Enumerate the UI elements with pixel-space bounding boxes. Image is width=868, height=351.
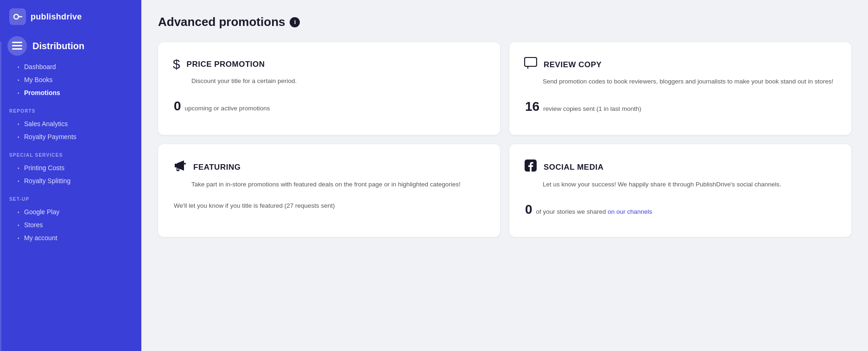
sidebar-item-my-books[interactable]: My Books (0, 73, 141, 86)
reports-section: REPORTS Sales Analytics Royalty Payments (0, 103, 141, 147)
review-copy-header: REVIEW COPY (524, 57, 836, 72)
social-media-title: SOCIAL MEDIA (544, 163, 603, 172)
main-nav-group: Dashboard My Books Promotions (0, 58, 141, 103)
promo-grid: $ PRICE PROMOTION Discount your title fo… (158, 42, 851, 237)
social-media-header: SOCIAL MEDIA (524, 159, 836, 175)
review-copy-desc: Send promotion codes to book reviewers, … (524, 77, 836, 86)
price-promotion-header: $ PRICE PROMOTION (173, 57, 485, 72)
review-copy-count: 16 (525, 99, 539, 114)
social-media-stat-label: of your stories we shared on our channel… (536, 208, 653, 215)
featuring-title: FEATURING (193, 163, 241, 172)
sidebar-item-dashboard[interactable]: Dashboard (0, 60, 141, 73)
price-promotion-stat-label: upcoming or active promotions (185, 105, 270, 112)
setup-section: SET-UP Google Play Stores My account (0, 191, 141, 248)
sidebar-item-royalty-splitting[interactable]: Royalty Splitting (0, 174, 141, 187)
section-icon (7, 36, 27, 56)
featuring-header: FEATURING (173, 159, 485, 175)
sidebar-item-stores[interactable]: Stores (0, 218, 141, 231)
social-media-link[interactable]: on our channels (608, 208, 652, 215)
svg-rect-6 (525, 57, 537, 66)
sidebar-item-printing-costs[interactable]: Printing Costs (0, 161, 141, 174)
price-promotion-title: PRICE PROMOTION (187, 60, 265, 69)
setup-nav-group: Google Play Stores My account (0, 204, 141, 248)
svg-rect-4 (12, 45, 22, 46)
review-copy-stat-label: review copies sent (1 in last month) (543, 105, 641, 112)
special-services-section: SPECIAL SERVICES Printing Costs Royalty … (0, 147, 141, 191)
section-title: Distribution (32, 41, 84, 51)
section-header: Distribution (0, 32, 141, 58)
sidebar-item-royalty-payments[interactable]: Royalty Payments (0, 130, 141, 143)
special-label: SPECIAL SERVICES (0, 147, 141, 160)
sidebar-item-google-play[interactable]: Google Play (0, 205, 141, 218)
reports-nav-group: Sales Analytics Royalty Payments (0, 115, 141, 147)
dollar-icon: $ (173, 57, 180, 72)
featuring-card: FEATURING Take part in in-store promotio… (158, 144, 500, 237)
featuring-stat-note: We'll let you know if you title is featu… (174, 202, 335, 209)
social-media-count: 0 (525, 202, 532, 217)
logo-icon (9, 8, 26, 25)
logo-text: publishdrive (31, 12, 82, 22)
sidebar-logo: publishdrive (0, 0, 141, 32)
setup-label: SET-UP (0, 191, 141, 204)
facebook-icon (524, 159, 537, 175)
sidebar-item-promotions[interactable]: Promotions (0, 86, 141, 99)
svg-rect-5 (12, 48, 22, 50)
page-title-row: Advanced promotions i (158, 15, 851, 29)
megaphone-icon (173, 159, 187, 175)
special-nav-group: Printing Costs Royalty Splitting (0, 160, 141, 191)
chat-icon (524, 57, 537, 72)
featuring-desc: Take part in in-store promotions with fe… (173, 180, 485, 189)
page-title: Advanced promotions (158, 15, 285, 29)
price-promotion-card: $ PRICE PROMOTION Discount your title fo… (158, 42, 500, 135)
price-promotion-stat: 0 upcoming or active promotions (173, 99, 485, 114)
main-content: Advanced promotions i $ PRICE PROMOTION … (141, 0, 868, 351)
review-copy-card: REVIEW COPY Send promotion codes to book… (509, 42, 851, 135)
review-copy-stat: 16 review copies sent (1 in last month) (524, 99, 836, 114)
sidebar: publishdrive Distribution Dashboard My B… (0, 0, 141, 351)
social-media-desc: Let us know your success! We happily sha… (524, 180, 836, 189)
svg-rect-3 (12, 42, 22, 43)
info-icon[interactable]: i (290, 17, 300, 27)
sidebar-item-sales-analytics[interactable]: Sales Analytics (0, 117, 141, 130)
social-media-stat: 0 of your stories we shared on our chann… (524, 202, 836, 217)
reports-label: REPORTS (0, 103, 141, 115)
price-promotion-desc: Discount your title for a certain period… (173, 77, 485, 86)
svg-point-7 (184, 163, 186, 165)
social-media-card: SOCIAL MEDIA Let us know your success! W… (509, 144, 851, 237)
review-copy-title: REVIEW COPY (544, 60, 602, 70)
featuring-stat: We'll let you know if you title is featu… (173, 202, 485, 209)
sidebar-item-my-account[interactable]: My account (0, 231, 141, 244)
price-promotion-count: 0 (174, 99, 181, 114)
